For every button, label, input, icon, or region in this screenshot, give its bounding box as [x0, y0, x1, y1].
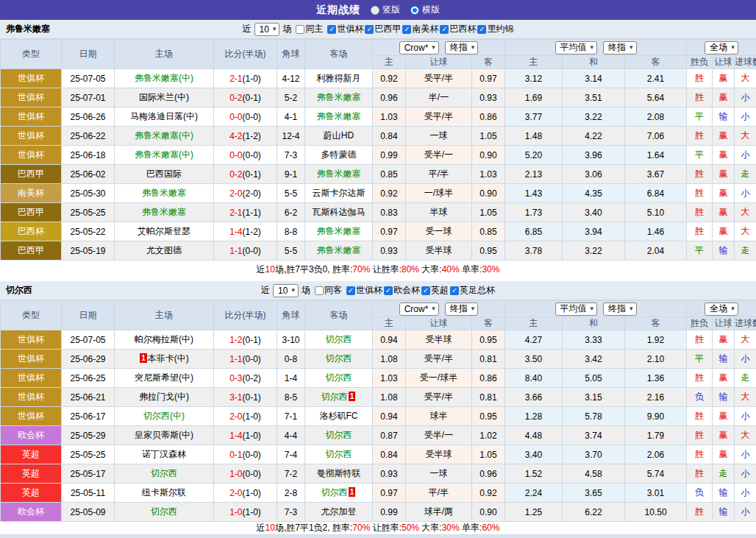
league-filter[interactable]: ✓里约锦 — [477, 23, 513, 35]
away-team: 弗鲁米嫩塞 — [305, 88, 373, 107]
result-handicap: 赢 — [713, 426, 735, 445]
asian-odds-home: 0.92 — [373, 69, 406, 88]
league-filter[interactable]: ✓巴西甲 — [365, 23, 401, 35]
asian-odds-away: 1.05 — [472, 203, 505, 222]
home-team-name: 弗鲁米嫩塞(中) — [135, 73, 193, 83]
final-odds-select[interactable]: 终指▾ — [603, 41, 637, 54]
result-handicap: 赢 — [713, 146, 735, 165]
home-team-name: 突尼斯希望(中) — [135, 372, 193, 383]
corner-count: 5-5 — [277, 241, 305, 261]
away-team-name: 弗鲁米嫩塞 — [317, 226, 361, 236]
average-select[interactable]: 平均值▾ — [555, 302, 598, 316]
col-home: 主场 — [115, 301, 214, 330]
match-date: 25-06-17 — [62, 407, 115, 426]
home-team: 突尼斯希望(中) — [115, 369, 214, 388]
match-date: 25-05-19 — [62, 241, 115, 261]
euro-odds-home: 1.69 — [505, 88, 563, 107]
away-team: 切尔西 — [305, 369, 373, 388]
checkbox-checked-icon[interactable]: ✓ — [440, 25, 449, 34]
euro-odds-draw: 3.42 — [563, 350, 625, 369]
fulltime-select[interactable]: 全场▾ — [705, 302, 738, 316]
summary-segment: 让胜率: — [370, 264, 402, 275]
league-badge: 英超 — [1, 484, 62, 503]
fulltime-score: 0-2 — [229, 169, 242, 180]
away-team: 云斯卡尔达斯 — [305, 184, 373, 203]
away-team-name: 云斯卡尔达斯 — [313, 188, 365, 198]
home-team-name: 帕尔梅拉斯(中) — [135, 334, 193, 344]
league-filter[interactable]: ✓巴西杯 — [440, 23, 476, 35]
match-score: 0-1(0-0) — [214, 445, 277, 464]
away-team-name: 切尔西 — [321, 392, 348, 402]
euro-odds-draw: 4.35 — [563, 184, 625, 203]
league-filter[interactable]: ✓英足总杯 — [450, 284, 495, 297]
euro-odds-away: 3.67 — [625, 165, 687, 184]
euro-odds-away: 7.06 — [625, 127, 687, 146]
checkbox-checked-icon[interactable]: ✓ — [365, 25, 374, 34]
final-odds-select[interactable]: 终指▾ — [445, 41, 479, 54]
checkbox-checked-icon[interactable]: ✓ — [402, 25, 411, 34]
fulltime-score: 1-2 — [229, 335, 242, 345]
league-filter[interactable]: ✓英超 — [421, 284, 449, 297]
result-winloss: 胜 — [687, 88, 713, 107]
result-winloss: 负 — [687, 484, 713, 503]
checkbox-checked-icon[interactable]: ✓ — [421, 286, 430, 295]
bookmaker-select[interactable]: Crow*▾ — [399, 302, 439, 316]
result-handicap: 赢 — [713, 222, 735, 241]
corner-count: 4-12 — [277, 69, 305, 88]
checkbox-checked-icon[interactable]: ✓ — [327, 25, 336, 34]
result-handicap: 赢 — [713, 369, 735, 388]
league-filter[interactable]: ✓世俱杯 — [327, 23, 363, 35]
final-odds-select[interactable]: 终指▾ — [603, 302, 637, 316]
checkbox-unchecked-icon[interactable] — [315, 286, 324, 295]
asian-odds-away: 0.81 — [472, 388, 505, 407]
bookmaker-select[interactable]: Crow*▾ — [399, 41, 439, 54]
checkbox-checked-icon[interactable]: ✓ — [477, 25, 486, 34]
checkbox-checked-icon[interactable]: ✓ — [346, 286, 355, 295]
radio-unselected-icon[interactable] — [371, 6, 379, 15]
league-filter[interactable]: ✓南美杯 — [402, 23, 438, 35]
asian-odds-away: 0.85 — [472, 222, 505, 241]
fulltime-select[interactable]: 全场▾ — [705, 41, 738, 54]
final-odds-select[interactable]: 终指▾ — [445, 302, 479, 316]
result-winloss: 胜 — [687, 330, 713, 350]
euro-odds-home: 3.12 — [505, 69, 563, 88]
result-winloss: 胜 — [687, 127, 713, 146]
asian-handicap: 受平/半 — [406, 350, 472, 369]
result-goals: 小 — [735, 350, 756, 369]
checkbox-unchecked-icon[interactable] — [296, 25, 304, 34]
league-filter[interactable]: ✓世俱杯 — [346, 284, 382, 297]
average-select[interactable]: 平均值▾ — [555, 41, 598, 54]
team-name: 切尔西 — [6, 284, 32, 297]
asian-handicap: 一球 — [406, 464, 472, 484]
col-asian-handicap: 让球 — [406, 317, 472, 330]
checkbox-checked-icon[interactable]: ✓ — [450, 286, 459, 295]
league-badge: 英超 — [1, 464, 62, 484]
layout-option-horizontal[interactable]: 横版 — [410, 4, 440, 16]
same-venue-filter[interactable]: 同主 — [296, 23, 323, 35]
euro-odds-draw: 4.58 — [563, 464, 625, 484]
match-score: 0-0(0-0) — [214, 107, 277, 127]
halftime-score: (0-0) — [243, 246, 261, 256]
chevron-down-icon: ▾ — [273, 26, 277, 32]
col-euro-home: 主 — [505, 317, 563, 330]
home-team: 艾帕尔斯登瑟 — [115, 222, 214, 241]
radio-label: 竖版 — [382, 4, 400, 16]
checkbox-checked-icon[interactable]: ✓ — [384, 286, 393, 295]
match-count-select[interactable]: 10▾ — [273, 284, 299, 297]
same-venue-filter[interactable]: 同客 — [315, 284, 342, 297]
league-filter-label: 世俱杯 — [337, 23, 363, 35]
col-asian-home: 主 — [373, 56, 406, 69]
chevron-down-icon: ▾ — [731, 305, 735, 312]
league-badge: 巴西甲 — [1, 203, 62, 222]
euro-odds-home: 8.40 — [505, 369, 563, 388]
euro-odds-selects: 平均值▾ 终指▾ — [505, 40, 687, 56]
col-date: 日期 — [62, 301, 115, 330]
home-team-name: 艾帕尔斯登瑟 — [138, 226, 190, 236]
radio-selected-icon[interactable] — [410, 6, 419, 15]
home-team: 切尔西 — [115, 503, 214, 522]
away-team: 弗鲁米嫩塞 — [305, 165, 373, 184]
layout-option-vertical[interactable]: 竖版 — [371, 4, 400, 16]
match-count-select[interactable]: 10▾ — [254, 23, 280, 36]
league-filter[interactable]: ✓欧会杯 — [384, 284, 420, 297]
euro-odds-draw: 3.94 — [563, 222, 625, 241]
